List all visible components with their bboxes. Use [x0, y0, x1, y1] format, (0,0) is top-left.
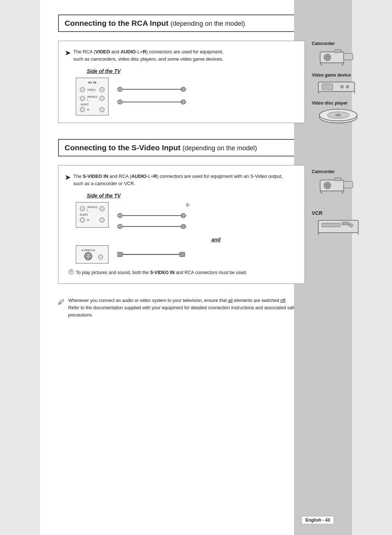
svideo-side-of-tv: Side of the TV [87, 193, 298, 199]
svg-rect-40 [322, 223, 340, 227]
svideo-camcorder-icon [317, 176, 360, 195]
av-in-label: AV IN [88, 81, 96, 84]
svg-rect-41 [342, 222, 349, 225]
svg-point-61 [86, 255, 87, 256]
svideo-r-label: R [87, 219, 89, 222]
and-label: and [134, 237, 298, 242]
video-disc-player-device: Video disc player [312, 101, 364, 126]
svideo-r-right [99, 217, 105, 222]
disc-player-icon [317, 107, 360, 124]
svideo-port-group: S-VIDEO IN [81, 249, 95, 260]
rca-section-header: Connecting to the RCA Input (depending o… [58, 15, 305, 32]
svideo-extra-circle [98, 254, 103, 260]
video-port-circle [80, 87, 85, 92]
svideo-mono-l-circle [80, 206, 85, 211]
rca-bullet-row: ➤ The RCA (VIDEO and AUDIO-L+R) connecto… [65, 48, 298, 62]
r-port-row: R [80, 107, 105, 112]
svideo-audio-text: AUDIO [80, 213, 88, 216]
svideo-audio-cables [117, 208, 190, 234]
camcorder-device: Camcorder [312, 41, 364, 68]
svg-rect-8 [322, 84, 333, 90]
svideo-devices-panel: Camcorder VCR [312, 169, 364, 236]
svideo-cable-diagram [117, 245, 190, 264]
vcr-icon [317, 217, 360, 235]
svideo-audio-tv-panel: (MONO)L AUDIO R [76, 202, 109, 228]
rca-content-box: Camcorder Video game device [58, 41, 305, 123]
mono-l-port-label: (MONO)L [87, 95, 97, 102]
svideo-r-circle [80, 217, 85, 222]
svideo-arrow-bullet: ➤ [65, 173, 70, 183]
rca-title-sub: (depending on the model) [171, 20, 245, 27]
vcr-label: VCR [312, 210, 364, 216]
mono-l-port-right [99, 96, 105, 101]
page-number: English - 43 [302, 516, 334, 524]
svideo-port-label: S-VIDEO IN [81, 249, 95, 252]
page-container: Connecting to the RCA Input (depending o… [40, 0, 352, 535]
svg-point-35 [326, 184, 329, 187]
svg-rect-36 [335, 178, 341, 181]
rca-diagram-area: AV IN VIDEO (MONO)L AUDIO R [76, 78, 298, 115]
game-console-icon [317, 79, 360, 94]
svg-rect-58 [117, 225, 121, 228]
svideo-r-row: R [80, 217, 105, 222]
mono-l-port-circle [80, 96, 85, 101]
svg-point-60 [86, 254, 91, 259]
svideo-camcorder-label: Camcorder [312, 169, 364, 174]
svg-rect-52 [182, 215, 185, 217]
svg-point-3 [326, 56, 329, 59]
svideo-mono-l-label: (MONO)L [87, 205, 97, 212]
svg-rect-32 [320, 180, 344, 191]
video-port-right [99, 87, 105, 92]
svideo-port-row: S-VIDEO IN [80, 249, 105, 260]
svideo-note-text: To play pictures and sound, both the S-V… [76, 269, 247, 276]
svg-point-43 [350, 225, 352, 226]
rca-devices-panel: Camcorder Video game device [312, 41, 364, 126]
svg-point-62 [89, 255, 90, 256]
svg-rect-30 [117, 101, 121, 103]
mono-l-port-row: (MONO)L [80, 95, 105, 102]
camcorder-label: Camcorder [312, 41, 364, 46]
rca-side-of-tv: Side of the TV [87, 68, 298, 74]
svideo-content-box: Camcorder VCR [58, 165, 305, 284]
svg-rect-4 [335, 50, 341, 53]
camcorder-icon [317, 48, 360, 66]
svideo-mono-l-row: (MONO)L [80, 205, 105, 212]
rca-bullet-text: The RCA (VIDEO and AUDIO-L+R) connectors… [73, 48, 223, 62]
svg-rect-24 [182, 88, 185, 90]
svg-rect-33 [344, 181, 353, 188]
svg-rect-59 [182, 225, 185, 228]
r-port-right [99, 107, 105, 112]
mono-label: (MONO) [87, 95, 97, 98]
svg-rect-69 [181, 253, 184, 256]
svg-rect-1 [344, 53, 353, 60]
rca-title-bold: Connecting to the RCA Input [65, 19, 168, 27]
svideo-note-circle-top: ① [185, 202, 190, 208]
svideo-bullet-row: ➤ The S-VIDEO IN and RCA (AUDIO-L+R) con… [65, 173, 298, 187]
bottom-note: 🖊 Whenever you connect an audio or video… [58, 297, 305, 319]
svg-line-37 [320, 191, 322, 194]
svg-point-9 [340, 85, 343, 88]
svideo-note-circle: ① [69, 269, 74, 274]
video-game-device: Video game device [312, 73, 364, 95]
svideo-port-pins [85, 253, 91, 259]
audio-label-row: AUDIO [80, 103, 105, 106]
svideo-title-bold: Connecting to the S-Video Input [65, 143, 180, 152]
r-port-label: R [87, 108, 89, 111]
bottom-note-text: Whenever you connect an audio or video s… [68, 297, 305, 319]
svg-point-63 [86, 257, 87, 258]
rca-arrow-bullet: ➤ [65, 48, 70, 58]
svg-rect-51 [117, 215, 121, 217]
svideo-audio-cable-area: ① [117, 202, 190, 234]
svg-line-38 [342, 191, 344, 194]
svideo-bullet-text: The S-VIDEO IN and RCA (AUDIO-L+R) conne… [73, 173, 283, 187]
svg-rect-31 [182, 101, 185, 103]
video-port-row: VIDEO [80, 87, 105, 92]
svideo-mono-l-right [99, 206, 105, 211]
svg-rect-68 [118, 253, 121, 256]
svideo-svideo-diagram: S-VIDEO IN [76, 245, 298, 264]
audio-text-label: AUDIO [81, 103, 89, 106]
r-port-circle [80, 107, 85, 112]
svg-point-64 [89, 257, 90, 258]
svg-point-10 [346, 85, 349, 88]
vcr-device: VCR [312, 210, 364, 236]
